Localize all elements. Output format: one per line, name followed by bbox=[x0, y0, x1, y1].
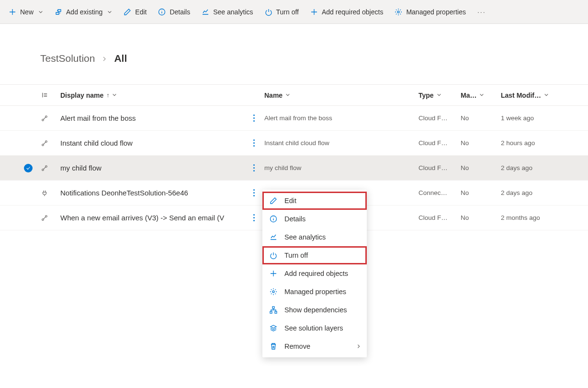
chevron-down-icon bbox=[107, 8, 112, 16]
add-existing-label: Add existing bbox=[66, 8, 102, 16]
row-select[interactable] bbox=[21, 164, 35, 172]
more-vertical-icon bbox=[253, 189, 255, 196]
chevron-down-icon bbox=[38, 8, 43, 16]
row-more-button[interactable] bbox=[243, 114, 264, 122]
cell-modified: 2 months ago bbox=[501, 214, 588, 221]
turn-off-label: Turn off bbox=[276, 8, 299, 16]
layers-icon bbox=[269, 324, 278, 332]
analytics-icon bbox=[202, 8, 209, 16]
cell-modified: 1 week ago bbox=[501, 114, 588, 122]
chevron-down-icon bbox=[285, 92, 290, 99]
menu-details-label: Details bbox=[284, 215, 305, 223]
col-header-type[interactable]: Type bbox=[418, 91, 461, 99]
chevron-down-icon bbox=[544, 92, 549, 99]
cell-type: Cloud F… bbox=[418, 214, 461, 221]
col-header-name[interactable]: Name bbox=[264, 91, 418, 99]
cell-modified: 2 days ago bbox=[501, 189, 588, 196]
add-existing-icon bbox=[55, 8, 62, 16]
cell-display-name[interactable]: When a new email arrives (V3) -> Send an… bbox=[54, 214, 243, 222]
turn-off-button[interactable]: Turn off bbox=[260, 5, 304, 19]
row-more-button[interactable] bbox=[243, 214, 264, 221]
table-row[interactable]: Instant child cloud flowInstant child cl… bbox=[0, 131, 588, 156]
menu-show-dependencies[interactable]: Show dependencies bbox=[262, 301, 367, 319]
cell-display-name[interactable]: Alert mail from the boss bbox=[54, 114, 243, 122]
svg-point-7 bbox=[45, 165, 47, 167]
menu-see-solution-layers-label: See solution layers bbox=[284, 324, 343, 332]
menu-managed-properties-label: Managed properties bbox=[284, 288, 346, 296]
table-row[interactable]: my child flowmy child flowCloud F…No2 da… bbox=[0, 156, 588, 181]
plus-icon bbox=[310, 8, 318, 16]
menu-turn-off[interactable]: Turn off bbox=[262, 246, 367, 264]
menu-managed-properties[interactable]: Managed properties bbox=[262, 283, 367, 301]
menu-edit-label: Edit bbox=[284, 197, 296, 205]
svg-point-11 bbox=[272, 291, 274, 293]
command-bar: New Add existing Edit Details See analyt… bbox=[0, 0, 588, 24]
menu-see-solution-layers[interactable]: See solution layers bbox=[262, 319, 367, 337]
menu-add-required[interactable]: Add required objects bbox=[262, 264, 367, 283]
gear-icon bbox=[395, 8, 402, 16]
cell-modified: 2 hours ago bbox=[501, 139, 588, 147]
edit-button[interactable]: Edit bbox=[119, 5, 151, 19]
cell-type: Connec… bbox=[418, 189, 461, 196]
new-button[interactable]: New bbox=[4, 5, 48, 19]
see-analytics-label: See analytics bbox=[213, 8, 253, 16]
power-icon bbox=[265, 8, 272, 16]
svg-point-5 bbox=[45, 140, 47, 142]
dependencies-icon bbox=[269, 306, 278, 314]
edit-icon bbox=[124, 8, 131, 16]
plug-icon bbox=[35, 190, 54, 196]
managed-props-label: Managed properties bbox=[406, 8, 466, 16]
menu-remove-label: Remove bbox=[284, 342, 310, 350]
cell-name: Alert mail from the boss bbox=[264, 114, 418, 122]
table-header: Display name ↑ Name Type Ma… bbox=[0, 85, 588, 106]
more-vertical-icon bbox=[253, 139, 255, 147]
flow-icon bbox=[35, 140, 54, 147]
svg-point-6 bbox=[42, 169, 44, 171]
overflow-button[interactable]: ··· bbox=[473, 5, 491, 19]
checkmark-icon[interactable] bbox=[24, 164, 33, 172]
edit-icon bbox=[269, 196, 278, 205]
breadcrumb-root[interactable]: TestSolution bbox=[40, 53, 95, 64]
cell-name: Instant child cloud flow bbox=[264, 139, 418, 147]
menu-see-analytics[interactable]: See analytics bbox=[262, 228, 367, 246]
col-header-modified[interactable]: Last Modif… bbox=[501, 91, 588, 99]
see-analytics-button[interactable]: See analytics bbox=[197, 5, 258, 19]
context-menu: Edit Details See analytics Turn off Add … bbox=[262, 190, 367, 357]
svg-point-3 bbox=[45, 115, 47, 117]
add-required-label: Add required objects bbox=[322, 8, 383, 16]
edit-label: Edit bbox=[135, 8, 147, 16]
managed-properties-button[interactable]: Managed properties bbox=[390, 5, 471, 19]
power-icon bbox=[269, 251, 278, 260]
menu-edit[interactable]: Edit bbox=[262, 192, 367, 210]
details-label: Details bbox=[170, 8, 190, 16]
cell-display-name[interactable]: my child flow bbox=[54, 164, 243, 172]
col-header-managed[interactable]: Ma… bbox=[461, 91, 501, 99]
cell-type: Cloud F… bbox=[418, 114, 461, 122]
row-more-button[interactable] bbox=[243, 189, 264, 196]
info-icon bbox=[158, 8, 166, 16]
chevron-down-icon bbox=[479, 92, 484, 99]
gear-icon bbox=[269, 287, 278, 296]
flow-icon bbox=[35, 215, 54, 221]
list-view-icon[interactable] bbox=[35, 91, 54, 99]
chevron-right-icon bbox=[102, 53, 107, 64]
details-button[interactable]: Details bbox=[153, 5, 195, 19]
chevron-down-icon bbox=[112, 92, 117, 99]
col-header-display-name[interactable]: Display name ↑ bbox=[54, 91, 243, 99]
cell-type: Cloud F… bbox=[418, 139, 461, 147]
cell-managed: No bbox=[461, 189, 501, 196]
breadcrumb-current: All bbox=[114, 53, 127, 64]
row-more-button[interactable] bbox=[243, 139, 264, 147]
cell-display-name[interactable]: Notifications DeonheTestSolution-56e46 bbox=[54, 189, 243, 197]
cell-managed: No bbox=[461, 214, 501, 221]
menu-remove[interactable]: Remove bbox=[262, 337, 367, 355]
add-existing-button[interactable]: Add existing bbox=[50, 5, 117, 19]
cell-modified: 2 days ago bbox=[501, 164, 588, 171]
cell-display-name[interactable]: Instant child cloud flow bbox=[54, 139, 243, 147]
table-row[interactable]: Alert mail from the bossAlert mail from … bbox=[0, 106, 588, 131]
new-label: New bbox=[20, 8, 34, 16]
row-more-button[interactable] bbox=[243, 164, 264, 171]
menu-details[interactable]: Details bbox=[262, 210, 367, 228]
add-required-objects-button[interactable]: Add required objects bbox=[305, 5, 388, 19]
cell-managed: No bbox=[461, 139, 501, 147]
